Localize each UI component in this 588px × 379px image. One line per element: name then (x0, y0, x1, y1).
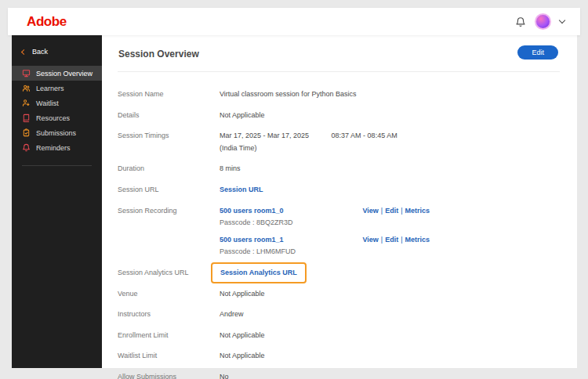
page-title: Session Overview (118, 49, 560, 60)
sidebar-item-label: Waitlist (36, 99, 59, 107)
sidebar-item-reminders[interactable]: Reminders (12, 140, 102, 155)
recording-actions: View|Edit|Metrics (362, 206, 430, 216)
recording-item: 500 users room1_1 Passcode : LHM6MFUD Vi… (220, 235, 430, 257)
action-separator: | (401, 236, 402, 244)
field-value: Not Applicable (220, 330, 265, 341)
timing-dates: Mar 17, 2025 - Mar 17, 2025 (220, 132, 309, 139)
submissions-icon (22, 128, 31, 137)
field-row-enrollment-limit: Enrollment Limit Not Applicable (118, 325, 560, 346)
sidebar-item-label: Reminders (36, 144, 71, 152)
action-separator: | (381, 236, 383, 244)
field-label: Session Analytics URL (118, 268, 220, 278)
field-value: Mar 17, 2025 - Mar 17, 2025 08:37 AM - 0… (220, 131, 397, 153)
field-value: Not Applicable (220, 110, 265, 121)
sidebar-item-label: Session Overview (36, 70, 93, 78)
top-divider (118, 71, 560, 72)
field-label: Details (118, 110, 220, 121)
sidebar-item-label: Resources (36, 114, 70, 122)
field-rows: Session Name Virtual classroom session f… (118, 84, 560, 379)
top-bar: Adobe (8, 8, 580, 35)
reminders-icon (22, 143, 31, 152)
field-label: Duration (118, 164, 220, 174)
field-label: Session Recording (118, 206, 220, 257)
back-label: Back (32, 48, 48, 56)
recording-actions: View|Edit|Metrics (362, 235, 430, 245)
sidebar-divider (22, 165, 92, 166)
app-window: Adobe Back Session Overview (0, 0, 588, 368)
chevron-left-icon (21, 49, 27, 54)
recording-info: 500 users room1_1 Passcode : LHM6MFUD (220, 235, 296, 257)
field-label: Session Name (118, 89, 220, 99)
edit-button[interactable]: Edit (517, 45, 558, 60)
action-separator: | (381, 207, 383, 215)
recording-passcode: Passcode : LHM6MFUD (220, 247, 296, 257)
metrics-link[interactable]: Metrics (405, 236, 430, 244)
field-label: Enrollment Limit (118, 330, 220, 341)
edit-link[interactable]: Edit (385, 207, 398, 215)
view-link[interactable]: View (362, 207, 378, 215)
action-separator: | (401, 207, 402, 215)
session-url-link[interactable]: Session URL (220, 186, 263, 193)
field-row-instructors: Instructors Andrew (118, 304, 560, 325)
timing-line: Mar 17, 2025 - Mar 17, 2025 08:37 AM - 0… (220, 131, 397, 141)
waitlist-icon (22, 99, 31, 107)
chevron-down-icon[interactable] (559, 16, 565, 23)
field-row-details: Details Not Applicable (118, 105, 560, 126)
sidebar-item-learners[interactable]: Learners (12, 81, 102, 96)
timing-times: 08:37 AM - 08:45 AM (332, 132, 397, 139)
metrics-link[interactable]: Metrics (405, 207, 430, 215)
field-row-waitlist-limit: Waitlist Limit Not Applicable (118, 345, 560, 366)
recording-link[interactable]: 500 users room1_1 (220, 236, 284, 244)
highlight-box: Session Analytics URL (211, 262, 307, 283)
sidebar-item-session-overview[interactable]: Session Overview (12, 66, 102, 81)
field-row-session-analytics-url: Session Analytics URL Session Analytics … (118, 262, 560, 283)
field-value: Andrew (220, 309, 244, 319)
sidebar-item-waitlist[interactable]: Waitlist (12, 96, 102, 110)
content-area: Back Session Overview Learners Waitlist (12, 35, 577, 368)
sidebar-item-label: Submissions (36, 129, 76, 137)
sidebar-item-label: Learners (36, 85, 64, 92)
field-label: Waitlist Limit (118, 351, 220, 361)
recording-info: 500 users room1_0 Passcode : 8BQ2ZR3D (220, 206, 293, 228)
field-label: Session URL (118, 185, 220, 195)
field-row-venue: Venue Not Applicable (118, 283, 560, 305)
field-value: No (220, 372, 229, 379)
field-value: Virtual classroom session for Python Bas… (220, 89, 356, 99)
view-link[interactable]: View (362, 236, 378, 244)
back-button[interactable]: Back (12, 43, 102, 60)
recording-passcode: Passcode : 8BQ2ZR3D (220, 218, 293, 228)
field-row-session-recording: Session Recording 500 users room1_0 Pass… (118, 200, 560, 262)
field-label: Instructors (118, 309, 220, 319)
timing-timezone: (India Time) (220, 143, 397, 153)
recording-link[interactable]: 500 users room1_0 (220, 207, 284, 215)
sidebar: Back Session Overview Learners Waitlist (12, 35, 102, 368)
field-label: Allow Submissions (118, 372, 220, 379)
edit-link[interactable]: Edit (385, 236, 398, 244)
field-value: 8 mins (220, 164, 241, 174)
resources-icon (22, 114, 31, 122)
field-row-duration: Duration 8 mins (118, 158, 560, 179)
session-overview-panel: Session Overview Edit Session Name Virtu… (102, 35, 577, 368)
adobe-logo[interactable]: Adobe (27, 14, 67, 30)
field-row-allow-submissions: Allow Submissions No (118, 366, 560, 379)
field-row-session-name: Session Name Virtual classroom session f… (118, 84, 560, 105)
session-overview-icon (22, 69, 31, 78)
sidebar-item-resources[interactable]: Resources (12, 110, 102, 125)
notifications-bell-icon[interactable] (515, 16, 526, 27)
recording-item: 500 users room1_0 Passcode : 8BQ2ZR3D Vi… (220, 206, 430, 228)
field-label: Session Timings (118, 131, 220, 153)
sidebar-item-submissions[interactable]: Submissions (12, 125, 102, 140)
field-row-session-timings: Session Timings Mar 17, 2025 - Mar 17, 2… (118, 125, 560, 158)
session-analytics-url-link[interactable]: Session Analytics URL (220, 269, 297, 276)
field-row-session-url: Session URL Session URL (118, 179, 560, 200)
field-value: Not Applicable (220, 351, 265, 361)
field-label: Venue (118, 289, 220, 299)
field-value: Not Applicable (220, 289, 265, 299)
header-right (515, 13, 564, 30)
avatar[interactable] (535, 13, 551, 30)
learners-icon (22, 84, 31, 92)
